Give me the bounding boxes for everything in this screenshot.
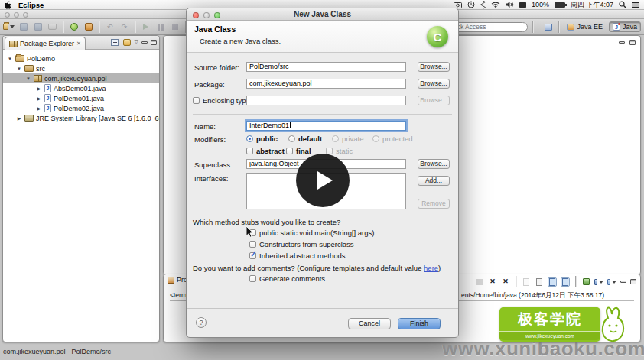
pin-console-button[interactable] xyxy=(581,277,590,287)
perspective-java-ee-button[interactable]: Java EE xyxy=(564,22,606,31)
save-button[interactable] xyxy=(18,21,29,33)
stop-button[interactable] xyxy=(169,21,181,33)
maximize-console-button[interactable] xyxy=(630,279,636,284)
clear-console-button[interactable] xyxy=(522,277,531,287)
perspective-java-button[interactable]: J Java xyxy=(609,21,641,32)
java-ee-perspective-icon xyxy=(567,24,574,31)
help-button[interactable]: ? xyxy=(196,317,207,328)
modifier-abstract-checkbox[interactable]: abstract xyxy=(246,147,285,155)
stub-constructors-checkbox[interactable]: Constructors from superclass xyxy=(249,240,354,248)
minimize-view-button[interactable] xyxy=(141,41,148,44)
maximize-view-button[interactable] xyxy=(151,40,157,45)
menubar-app-name[interactable]: Eclipse xyxy=(18,1,44,9)
package-explorer-panel: Package Explorer ✕ ▽ ▼ PolDemo ▼ src xyxy=(2,35,160,342)
run-button[interactable] xyxy=(140,21,151,33)
cancel-button[interactable]: Cancel xyxy=(348,318,391,329)
console-text-right: ents/Home/bin/java (2014年6月12日 下午3:58:17… xyxy=(461,291,604,300)
back-button[interactable]: ↶ xyxy=(104,21,115,33)
tree-item-package[interactable]: ▼ com.jikexueyuan.pol xyxy=(3,73,159,83)
open-console-button[interactable] xyxy=(607,277,616,287)
collapse-all-button[interactable] xyxy=(110,37,119,47)
input-method-icon[interactable] xyxy=(519,2,526,8)
modifier-public-radio[interactable]: public xyxy=(246,135,278,143)
superclass-label: Superclass: xyxy=(194,161,233,169)
show-console-stderr-button[interactable] xyxy=(561,277,570,287)
video-play-button[interactable] xyxy=(296,154,350,207)
menubar-clock[interactable]: 周四 下午4:07 xyxy=(571,0,613,10)
package-field[interactable]: com.jikexueyuan.pol xyxy=(246,79,406,89)
apple-menu-icon[interactable] xyxy=(5,1,11,9)
jikexueyuan-logo: 极客学院 www.jikexueyuan.com xyxy=(499,307,600,342)
modifier-default-radio[interactable]: default xyxy=(288,135,322,143)
link-with-editor-button[interactable] xyxy=(122,37,132,47)
console-tab-icon xyxy=(168,277,174,284)
print-button[interactable] xyxy=(47,21,58,33)
show-console-stdout-button[interactable] xyxy=(548,277,557,287)
remove-all-launches-button[interactable]: ✕ xyxy=(501,277,510,287)
package-explorer-tab[interactable]: Package Explorer ✕ xyxy=(5,37,86,50)
maximize-editor-button[interactable] xyxy=(629,40,636,45)
expand-arrow-icon[interactable]: ▶ xyxy=(36,96,42,101)
save-all-button[interactable] xyxy=(32,21,44,33)
finish-button[interactable]: Finish xyxy=(398,318,441,329)
forward-button[interactable]: ↷ xyxy=(119,21,130,33)
dialog-titlebar[interactable]: New Java Class xyxy=(187,8,458,21)
expand-arrow-icon[interactable]: ▶ xyxy=(36,86,42,91)
tab-close-icon[interactable]: ✕ xyxy=(76,41,81,47)
tree-item-file[interactable]: ▶ J PolDemo02.java xyxy=(3,103,159,113)
console-text-left: <term xyxy=(170,291,187,299)
configure-templates-link[interactable]: here xyxy=(424,264,438,272)
bluetooth-icon[interactable] xyxy=(480,1,486,9)
tree-item-jre-library[interactable]: ▶ JRE System Library [Java SE 6 [1.6.0_6… xyxy=(3,113,159,123)
expand-arrow-icon[interactable]: ▶ xyxy=(36,105,42,111)
expand-arrow-icon[interactable]: ▶ xyxy=(16,115,22,121)
console-tab[interactable]: Pro xyxy=(168,276,187,284)
tree-item-project[interactable]: ▼ PolDemo xyxy=(3,54,159,63)
expand-arrow-icon[interactable]: ▼ xyxy=(25,76,31,81)
window-close-button[interactable] xyxy=(5,12,10,18)
source-folder-browse-button[interactable]: Browse... xyxy=(418,62,450,72)
battery-icon[interactable] xyxy=(555,2,565,8)
stub-main-checkbox[interactable]: public static void main(String[] args) xyxy=(249,229,374,237)
open-perspective-button[interactable] xyxy=(542,21,554,33)
window-zoom-button[interactable] xyxy=(23,12,28,18)
view-menu-icon[interactable]: ▽ xyxy=(135,39,138,45)
tree-item-file[interactable]: ▶ J AbsDemo01.java xyxy=(3,83,159,93)
package-browse-button[interactable]: Browse... xyxy=(418,79,450,89)
expand-arrow-icon[interactable]: ▼ xyxy=(16,66,22,71)
dialog-close-button[interactable] xyxy=(193,12,199,18)
open-task-button[interactable] xyxy=(83,21,94,33)
tree-item-file[interactable]: ▶ J PolDemo01.java xyxy=(3,93,159,103)
generate-comments-checkbox[interactable]: Generate comments xyxy=(249,274,325,283)
dialog-zoom-button[interactable] xyxy=(214,12,220,18)
notification-center-icon[interactable] xyxy=(632,1,639,9)
source-folder-field[interactable]: PolDemo/src xyxy=(246,62,406,72)
spotlight-icon[interactable] xyxy=(619,1,626,9)
remove-launch-button[interactable]: ✕ xyxy=(488,277,497,287)
minimize-editor-button[interactable] xyxy=(619,41,625,44)
library-icon xyxy=(24,115,34,122)
volume-icon[interactable] xyxy=(506,1,514,9)
display-console-button[interactable] xyxy=(594,277,603,287)
wifi-icon[interactable] xyxy=(491,1,500,9)
enclosing-type-field[interactable] xyxy=(246,96,406,105)
new-wizard-button[interactable] xyxy=(3,21,15,33)
window-minimize-button[interactable] xyxy=(14,12,19,18)
interfaces-add-button[interactable]: Add... xyxy=(418,176,450,186)
superclass-browse-button[interactable]: Browse... xyxy=(418,159,450,169)
time-machine-icon[interactable] xyxy=(467,1,475,9)
pause-button[interactable] xyxy=(154,21,166,33)
java-file-icon: J xyxy=(44,104,51,112)
enclosing-type-checkbox[interactable]: Enclosing type: xyxy=(193,96,252,105)
screen: Eclipse 100% 周四 下午4:07 xyxy=(0,0,644,360)
tree-item-src[interactable]: ▼ src xyxy=(3,63,159,73)
modifier-final-checkbox[interactable]: final xyxy=(286,147,311,155)
new-class-button[interactable] xyxy=(68,21,80,33)
expand-arrow-icon[interactable]: ▼ xyxy=(7,57,13,61)
stub-inherited-checkbox[interactable]: ✓Inherited abstract methods xyxy=(249,251,345,260)
class-wizard-icon: C xyxy=(427,26,448,47)
terminate-button[interactable] xyxy=(475,277,484,287)
name-field[interactable]: InterDemo01 xyxy=(246,121,406,131)
scroll-lock-button[interactable] xyxy=(535,277,544,287)
minimize-console-button[interactable] xyxy=(620,281,626,283)
